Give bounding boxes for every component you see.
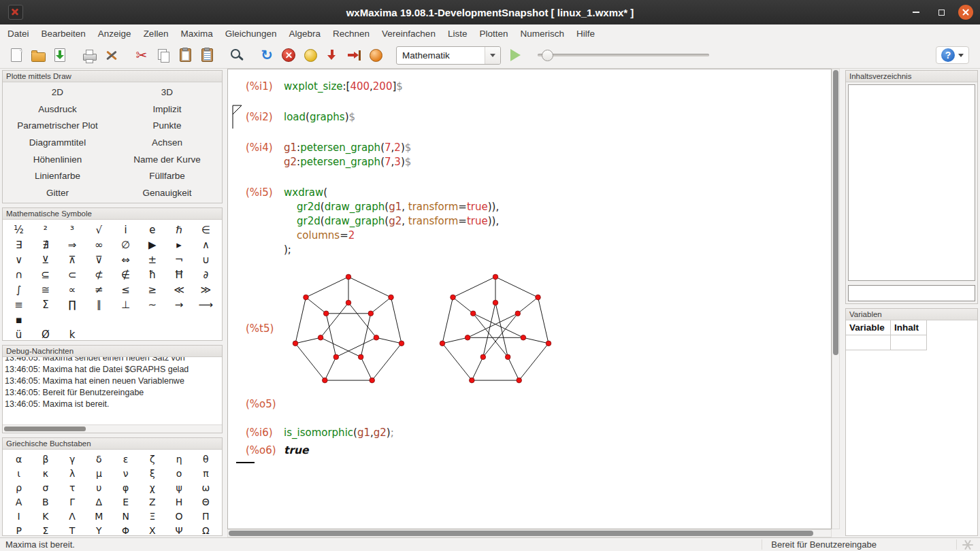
greek-letter-button[interactable]: μ [96,468,102,479]
symbol-button[interactable]: ∃ [16,239,22,251]
symbol-button[interactable]: ⊻ [42,254,49,266]
symbol-button[interactable]: ≥ [148,284,157,296]
symbol-button[interactable]: ⊄ [95,269,103,281]
maximize-button[interactable] [933,4,949,20]
chevron-down-icon[interactable] [485,47,500,64]
greek-letter-button[interactable]: λ [69,468,75,479]
restart-maxima-icon[interactable]: ↻ [258,46,276,65]
find-icon[interactable] [228,46,246,65]
greek-letter-button[interactable]: K [42,511,48,522]
greek-letter-button[interactable]: α [16,454,22,465]
code-editor[interactable]: is_isomorphic(g1,g2); [284,426,831,440]
petersen-graph-plot[interactable] [438,269,553,388]
code-line[interactable]: wxplot_size:[400,200]$ [284,80,831,94]
menu-maxima[interactable]: Maxima [174,27,218,41]
symbol-button[interactable]: ▪ [16,314,22,326]
symbol-button[interactable]: ∉ [121,269,130,281]
worksheet-cell[interactable]: (%i4)g1:petersen_graph(7,2)$g2:petersen_… [228,141,831,169]
symbol-button[interactable]: ≪ [174,284,184,296]
close-button[interactable] [958,5,973,20]
symbol-button[interactable]: ⊆ [42,269,50,281]
variables-empty-cell[interactable] [846,335,891,350]
code-line[interactable]: gr2d(draw_graph(g2, transform=true)), [284,214,831,229]
cell-bracket[interactable] [232,105,242,129]
cell-label[interactable]: (%o6) [246,444,276,458]
symbol-button[interactable]: ∩ [15,269,22,281]
greek-letter-button[interactable]: Y [96,525,102,536]
greek-letter-button[interactable]: ξ [150,468,155,479]
cell-label[interactable]: (%i1) [246,80,273,94]
draw-button-punkte[interactable]: Punkte [150,120,184,131]
menu-algebra[interactable]: Algebra [282,27,327,41]
worksheet-cell[interactable]: (%i5)wxdraw( gr2d(draw_graph(g1, transfo… [228,186,831,257]
symbol-button[interactable]: ≤ [121,284,130,296]
menu-vereinfachen[interactable]: Vereinfachen [376,27,442,41]
greek-letter-button[interactable]: Λ [69,511,76,522]
draw-button-3d[interactable]: 3D [159,86,176,98]
greek-letter-button[interactable]: P [16,525,21,536]
slider-handle[interactable] [542,50,553,61]
greek-letter-button[interactable]: ε [123,454,129,465]
greek-letter-button[interactable]: υ [96,482,101,493]
greek-letter-button[interactable]: M [95,511,103,522]
symbol-button[interactable]: ∄ [42,239,48,251]
symbol-button[interactable]: ∞ [95,239,103,251]
symbol-button[interactable]: ∥ [97,299,102,311]
symbol-button[interactable]: ≅ [42,284,50,296]
greek-letter-button[interactable]: δ [96,454,102,465]
worksheet-horizontal-scrollbar[interactable] [227,529,832,537]
interrupt-icon[interactable] [280,46,298,65]
symbol-button[interactable]: ⇔ [121,254,130,266]
symbol-button[interactable]: ∼ [148,299,157,311]
menu-bearbeiten[interactable]: Bearbeiten [35,27,92,41]
code-line[interactable]: is_isomorphic(g1,g2); [284,426,831,440]
greek-letter-button[interactable]: N [122,511,129,522]
symbol-button[interactable]: ½ [14,224,24,236]
symbol-button[interactable]: Ħ [174,269,184,281]
symbol-button[interactable]: ∅ [121,239,130,251]
greek-letter-button[interactable]: Γ [69,497,75,507]
evaluate-till-here-icon[interactable] [345,46,363,65]
symbol-button[interactable]: ∈ [201,224,210,236]
symbol-button[interactable]: ⊂ [68,269,77,281]
save-icon[interactable] [51,46,69,65]
greek-letter-button[interactable]: ν [123,468,129,479]
greek-letter-button[interactable]: T [69,525,76,536]
question-ball-icon[interactable] [367,46,385,65]
symbol-button[interactable]: ∂ [203,269,208,281]
symbol-button[interactable]: ü [16,329,22,341]
play-button[interactable] [506,46,525,65]
symbol-button[interactable]: √ [96,224,103,236]
greek-letter-button[interactable]: Ψ [176,525,183,536]
new-document-icon[interactable] [7,46,26,65]
worksheet-cell[interactable]: (%o5) [228,397,831,412]
menu-numerisch[interactable]: Numerisch [514,27,570,41]
worksheet[interactable]: (%i1)wxplot_size:[400,200]$(%i2)load(gra… [227,69,832,529]
greek-letter-button[interactable]: B [42,497,49,507]
greek-letter-button[interactable]: θ [203,454,209,465]
draw-button-diagrammtitel[interactable]: Diagrammtitel [27,137,88,148]
symbol-button[interactable]: ³ [70,224,74,236]
worksheet-cell[interactable] [228,462,831,476]
greek-letter-button[interactable]: ο [176,468,182,479]
symbol-button[interactable]: ⟶ [199,299,214,311]
greek-letter-button[interactable]: ζ [150,454,155,465]
print-icon[interactable] [81,46,99,65]
scrollbar-thumb[interactable] [4,427,86,431]
code-line[interactable]: wxdraw( [284,186,831,200]
symbol-button[interactable]: ℏ [176,224,182,236]
menu-anzeige[interactable]: Anzeige [92,27,137,41]
paste-text-icon[interactable] [198,46,216,65]
variables-col-inhalt[interactable]: Inhalt [891,320,927,335]
code-line[interactable]: columns=2 [284,229,831,243]
menu-gleichungen[interactable]: Gleichungen [219,27,283,41]
greek-letter-button[interactable]: φ [122,482,129,493]
greek-letter-button[interactable]: ψ [176,482,182,493]
greek-letter-button[interactable]: Φ [122,525,129,536]
symbol-button[interactable]: ⊽ [95,254,103,266]
symbol-button[interactable]: ⊼ [69,254,76,266]
draw-button-f-llfarbe[interactable]: Füllfarbe [146,170,188,182]
cell-label[interactable]: (%o5) [246,397,276,412]
minimize-button[interactable] [908,4,924,20]
greek-letter-button[interactable]: O [176,511,183,522]
